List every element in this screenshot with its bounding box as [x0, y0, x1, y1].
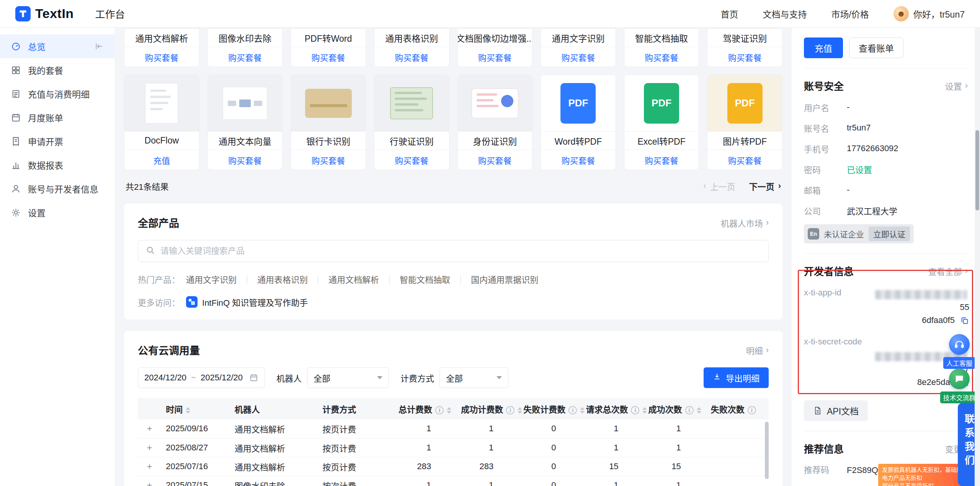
- buy-plan-link[interactable]: 购买套餐: [291, 47, 366, 67]
- hot-product-link[interactable]: 通用表格识别: [257, 273, 308, 285]
- security-settings-link[interactable]: 设置›: [945, 80, 968, 92]
- robot-filter-select[interactable]: 全部: [307, 367, 389, 388]
- buy-plan-link[interactable]: 购买套餐: [374, 47, 449, 67]
- robot-market-link[interactable]: 机器人市场›: [721, 217, 769, 229]
- buy-plan-link[interactable]: 购买套餐: [208, 47, 283, 67]
- referral-code: F2S89Q: [847, 464, 878, 477]
- sidebar-item-invoice[interactable]: 申请开票: [0, 129, 115, 153]
- sidebar-item-label: 申请开票: [28, 135, 63, 148]
- buy-plan-link[interactable]: 购买套餐: [458, 150, 532, 170]
- buy-plan-link[interactable]: 购买套餐: [707, 150, 782, 170]
- headset-icon[interactable]: [949, 334, 970, 355]
- buy-plan-link[interactable]: 购买套餐: [124, 47, 199, 67]
- bankcard-thumb: [291, 75, 366, 132]
- recharge-link[interactable]: 充值: [124, 150, 199, 170]
- sidebar-item-account-developer[interactable]: 账号与开发者信息: [0, 177, 115, 201]
- copy-icon[interactable]: [960, 316, 969, 325]
- sidebar-item-settings[interactable]: 设置: [0, 201, 115, 224]
- product-card[interactable]: 驾驶证识别购买套餐: [707, 28, 782, 67]
- product-search-box[interactable]: [138, 240, 769, 262]
- info-icon[interactable]: [631, 406, 639, 414]
- sort-icon[interactable]: [518, 407, 522, 414]
- product-card-driving-license[interactable]: 行驶证识别 购买套餐: [374, 75, 449, 170]
- product-card-text-vector[interactable]: 通用文本向量 购买套餐: [207, 75, 283, 170]
- row-expander[interactable]: +: [138, 476, 161, 486]
- section-title: 公有云调用量: [138, 342, 200, 357]
- buy-plan-link[interactable]: 购买套餐: [624, 47, 699, 67]
- info-icon[interactable]: [435, 406, 444, 414]
- nav-market-pricing[interactable]: 市场/价格: [831, 7, 869, 20]
- product-card[interactable]: 文档图像切边增强...购买套餐: [457, 28, 533, 67]
- buy-plan-link[interactable]: 购买套餐: [707, 47, 782, 67]
- product-card[interactable]: 智能文档抽取购买套餐: [624, 28, 699, 67]
- sidebar-collapse-icon[interactable]: [94, 41, 104, 51]
- table-scrollbar[interactable]: [765, 422, 769, 479]
- nav-docs-support[interactable]: 文档与支持: [763, 7, 807, 20]
- sidebar-item-monthly-bill[interactable]: 月度账单: [0, 106, 115, 129]
- recharge-button[interactable]: 充值: [804, 38, 843, 58]
- hot-product-link[interactable]: 国内通用票据识别: [471, 273, 538, 285]
- intfinq-link[interactable]: IntFinQ 知识管理及写作助手: [186, 296, 308, 308]
- next-page-button[interactable]: 下一页›: [749, 180, 781, 192]
- view-all-link[interactable]: 查看全部›: [928, 265, 968, 277]
- buy-plan-link[interactable]: 购买套餐: [291, 150, 366, 170]
- chat-icon[interactable]: [949, 369, 970, 389]
- view-bill-button[interactable]: 查看账单: [849, 38, 903, 58]
- product-card[interactable]: 图像水印去除购买套餐: [207, 28, 283, 67]
- product-card[interactable]: PDF转Word购买套餐: [291, 28, 366, 67]
- product-card-docflow[interactable]: DocFlow 充值: [124, 75, 199, 170]
- tech-group-label[interactable]: 技术交流群: [940, 391, 979, 403]
- word-pdf-thumb: PDF: [541, 75, 616, 132]
- sort-icon[interactable]: [447, 407, 451, 414]
- hot-product-link[interactable]: 通用文档解析: [328, 273, 379, 285]
- sort-icon[interactable]: [186, 407, 190, 414]
- usage-detail-link[interactable]: 明细›: [746, 344, 769, 356]
- hot-product-link[interactable]: 通用文字识别: [186, 273, 237, 285]
- api-doc-button[interactable]: API文档: [804, 400, 868, 421]
- nav-home[interactable]: 首页: [720, 7, 738, 20]
- certify-now-button[interactable]: 立即认证: [869, 227, 910, 241]
- hot-product-link[interactable]: 智能文档抽取: [400, 273, 450, 285]
- info-icon[interactable]: [685, 406, 694, 414]
- product-card[interactable]: 通用文字识别购买套餐: [541, 28, 616, 67]
- prev-page-button[interactable]: ‹上一页: [703, 180, 735, 192]
- product-card-word-to-pdf[interactable]: PDF Word转PDF 购买套餐: [541, 75, 616, 170]
- buy-plan-link[interactable]: 购买套餐: [458, 47, 532, 67]
- customer-service-label[interactable]: 人工客服: [943, 357, 975, 369]
- buy-plan-link[interactable]: 购买套餐: [624, 150, 699, 170]
- buy-plan-link[interactable]: 购买套餐: [541, 47, 616, 67]
- billing-filter-select[interactable]: 全部: [439, 367, 508, 388]
- sort-icon[interactable]: [642, 407, 647, 414]
- sort-icon[interactable]: [697, 407, 701, 414]
- buy-plan-link[interactable]: 购买套餐: [208, 150, 283, 170]
- brand-logo[interactable]: TextIn: [15, 6, 74, 21]
- export-detail-button[interactable]: 导出明细: [704, 367, 769, 388]
- page-scrollbar-thumb[interactable]: [975, 130, 979, 210]
- search-input[interactable]: [160, 246, 761, 256]
- product-card-image-to-pdf[interactable]: PDF 图片转PDF 购买套餐: [707, 75, 782, 170]
- row-expander[interactable]: +: [138, 419, 161, 438]
- product-card[interactable]: 通用文档解析购买套餐: [124, 28, 199, 67]
- sidebar-item-recharge-detail[interactable]: 充值与消费明细: [0, 82, 115, 106]
- product-card[interactable]: 通用表格识别购买套餐: [374, 28, 449, 67]
- info-icon[interactable]: [568, 406, 577, 414]
- row-expander[interactable]: +: [138, 438, 161, 457]
- product-card-excel-to-pdf[interactable]: PDF Excel转PDF 购买套餐: [624, 75, 699, 170]
- info-icon[interactable]: [506, 406, 514, 414]
- tech-group-widget[interactable]: 技术交流群: [942, 369, 977, 403]
- user-menu[interactable]: ☻ 你好，tr5un7: [893, 6, 965, 21]
- page-scrollbar-track[interactable]: [975, 28, 980, 486]
- product-card-bankcard[interactable]: 银行卡识别 购买套餐: [291, 75, 366, 170]
- date-range-picker[interactable]: 2024/12/20 ~ 2025/12/20: [138, 367, 265, 388]
- product-card-idcard[interactable]: 身份证识别 购买套餐: [457, 75, 533, 170]
- sidebar-item-data-report[interactable]: 数据报表: [0, 153, 115, 177]
- row-expander[interactable]: +: [138, 457, 161, 476]
- buy-plan-link[interactable]: 购买套餐: [541, 150, 616, 170]
- divider: [804, 431, 968, 431]
- info-icon[interactable]: [748, 406, 756, 414]
- sidebar-item-my-plans[interactable]: 我的套餐: [0, 58, 115, 82]
- buy-plan-link[interactable]: 购买套餐: [374, 150, 449, 170]
- sort-icon[interactable]: [580, 407, 585, 414]
- customer-service-widget[interactable]: 人工客服: [942, 334, 977, 369]
- sidebar-item-overview[interactable]: 总览: [0, 34, 115, 58]
